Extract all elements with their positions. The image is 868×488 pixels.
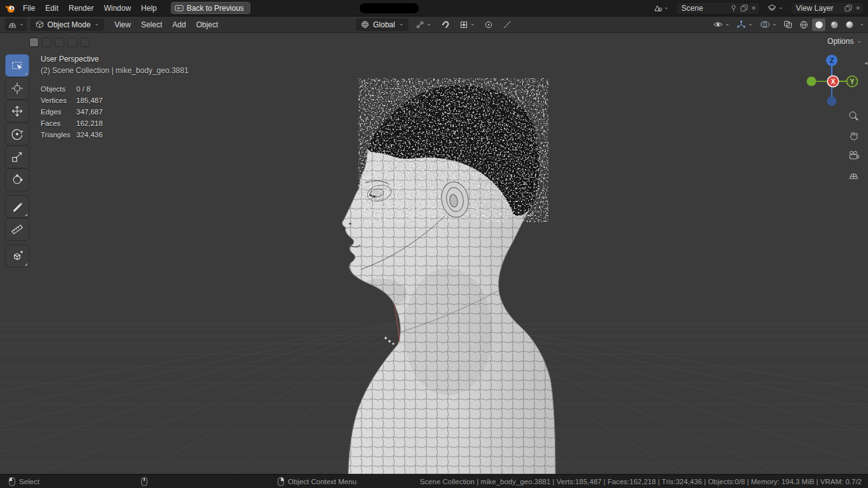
viewport-3d[interactable]: Options ⌄ [0,33,868,474]
show-gizmos-toggle[interactable]: ⌄ [734,19,756,30]
stat-value: 185,487 [76,97,103,104]
menu-window[interactable]: Window [98,2,136,15]
shading-solid-button[interactable] [812,18,825,31]
editor-type-button[interactable]: ⌄ [5,18,27,31]
menu-file[interactable]: File [18,2,40,15]
select-mode-subtract-button[interactable] [55,37,64,47]
tool-scale[interactable] [6,146,29,168]
nostril [349,222,351,224]
blender-window: File Edit Render Window Help Back to Pre… [0,0,868,488]
viewport-info-overlay: User Perspective (2) Scene Collection | … [41,55,189,140]
duplicate-icon[interactable] [740,4,748,12]
options-button[interactable]: Options ⌄ [827,37,862,46]
topbar-center-display [360,3,419,13]
topbar: File Edit Render Window Help Back to Pre… [0,0,868,17]
view-layer-name-value: View Layer [794,4,841,13]
zoom-icon[interactable] [847,109,860,122]
proportional-editing-toggle[interactable] [482,19,496,30]
svg-text:X: X [831,78,836,85]
tool-move[interactable] [6,100,29,122]
toggle-perspective-icon[interactable] [847,168,860,181]
remove-view-layer-icon[interactable]: ✕ [855,5,860,11]
stat-faces: Faces162,218 [41,118,189,129]
gizmo-axis-x[interactable]: X [827,76,839,87]
magnet-icon [441,20,450,29]
tool-rotate[interactable] [6,123,29,145]
shading-wireframe-button[interactable] [797,18,810,31]
back-to-previous-button[interactable]: Back to Previous [171,2,250,14]
orientation-label: Global [373,20,395,29]
gizmo-axis-y[interactable]: Y [847,76,858,87]
camera-view-icon[interactable] [847,149,860,161]
chevron-down-icon: ⌄ [19,21,24,27]
pin-icon[interactable] [730,4,737,12]
view-layer-name-field[interactable]: View Layer ✕ [790,2,864,15]
tool-annotate[interactable] [6,196,29,217]
object-mode-cube-icon [36,20,44,29]
xray-toggle[interactable] [781,19,795,30]
menu-add[interactable]: Add [167,18,191,31]
duplicate-icon[interactable] [844,4,852,12]
tool-transform[interactable] [6,169,29,191]
menu-edit[interactable]: Edit [40,2,64,15]
scene-browse-button[interactable]: ⌄ [651,3,672,13]
snap-grid-icon [459,20,468,29]
tool-measure[interactable] [6,219,29,240]
editor-3d-viewport-icon [8,20,17,29]
stat-value: 347,687 [76,108,103,116]
select-mode-invert-button[interactable] [67,37,77,47]
menu-select[interactable]: Select [136,18,167,31]
shading-rendered-button[interactable] [843,18,856,31]
stat-value: 324,436 [76,131,103,139]
select-mode-extend-button[interactable] [42,37,51,47]
menu-view[interactable]: View [109,18,136,31]
navigation-gizmo[interactable]: Z Y X [803,53,861,112]
gizmo-axis-y-neg[interactable] [807,77,817,86]
toolbar [6,55,29,267]
tool-box-select[interactable] [6,55,29,76]
status-keymap-context-menu: Object Context Menu [278,475,356,488]
select-mode-new-button[interactable] [29,37,39,47]
proportional-falloff-dropdown[interactable] [500,19,514,30]
menu-render[interactable]: Render [64,2,98,15]
viewport-header: ⌄ Object Mode ⌄ View Select Add Object G… [0,17,868,33]
snap-settings-dropdown[interactable]: ⌄ [457,19,478,30]
select-mode-settings [29,37,90,47]
stat-label: Objects [41,85,76,93]
pivot-point-dropdown[interactable]: ⌄ [413,19,434,30]
view-layer-browse-button[interactable]: ⌄ [765,3,786,13]
svg-text:Y: Y [850,78,855,85]
scene-statistics: Objects0 / 8 Vertices185,487 Edges347,68… [41,83,189,140]
blender-logo-icon[interactable] [4,2,17,15]
transform-orientation-dropdown[interactable]: Global ⌄ [356,18,409,31]
eye-visibility-icon [713,20,723,29]
gizmo-axis-z-neg[interactable] [827,97,837,106]
view-layer-icon [768,4,776,12]
tool-cursor[interactable] [6,78,29,99]
menu-help[interactable]: Help [136,2,162,15]
gizmo-axis-z[interactable]: Z [826,55,837,66]
overlays-icon [760,20,770,29]
status-scene-info: Scene Collection | mike_body_geo.3881 | … [420,475,862,488]
stat-value: 0 / 8 [76,85,90,93]
select-mode-intersect-button[interactable] [80,37,90,47]
header-right-cluster: ⌄ ⌄ ⌄ ⌄ [710,18,864,31]
scene-name-field[interactable]: Scene ✕ [676,2,760,15]
header-center-cluster: Global ⌄ ⌄ ⌄ [356,18,514,31]
unlink-scene-icon[interactable]: ✕ [751,5,756,11]
snap-toggle-button[interactable] [438,19,452,30]
show-overlays-toggle[interactable]: ⌄ [757,19,780,30]
pan-hand-icon[interactable] [847,129,860,142]
stat-label: Edges [41,108,76,116]
chevron-down-icon: ⌄ [772,21,777,27]
object-visibility-dropdown[interactable]: ⌄ [710,19,733,30]
menu-object[interactable]: Object [191,18,224,31]
mouse-right-icon [278,477,284,486]
shading-material-button[interactable] [827,18,841,31]
mode-dropdown[interactable]: Object Mode ⌄ [31,18,105,31]
topbar-right-cluster: ⌄ Scene ✕ ⌄ View Layer ✕ [651,2,864,15]
tool-flyout-indicator [25,72,27,75]
region-collapse-icon[interactable]: ◂ [864,60,867,66]
shading-dropdown-chevron-icon[interactable]: ⌄ [859,21,864,27]
tool-add-cube[interactable] [6,245,29,267]
